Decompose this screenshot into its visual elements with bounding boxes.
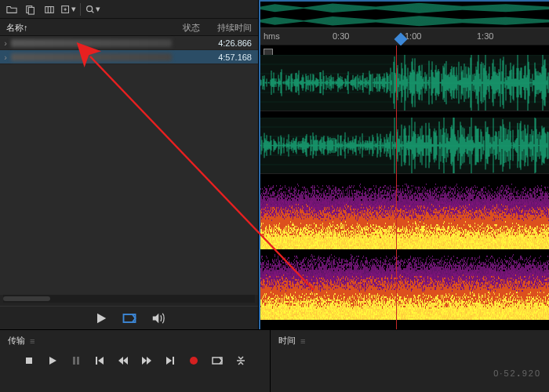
rewind-button[interactable]	[117, 354, 129, 367]
col-status-header[interactable]: 状态	[164, 19, 203, 35]
skip-selection-button[interactable]	[235, 354, 247, 367]
new-file-icon[interactable]	[22, 2, 39, 17]
loop-button[interactable]	[211, 354, 224, 367]
col-name-header[interactable]: 名称↑	[0, 19, 164, 35]
svg-point-4	[87, 5, 93, 11]
volume-button[interactable]	[150, 310, 165, 326]
transport-title: 传输	[8, 335, 25, 347]
svg-rect-1	[28, 7, 34, 14]
skip-start-button[interactable]	[93, 354, 106, 367]
stop-button[interactable]	[23, 354, 35, 367]
files-toolbar: ▾ ▾	[0, 0, 258, 19]
pause-button[interactable]	[70, 354, 82, 367]
file-duration: 4:26.866	[203, 38, 258, 48]
playhead-line[interactable]	[396, 45, 397, 329]
scrollbar-thumb[interactable]	[3, 296, 50, 301]
tabs-icon[interactable]	[41, 2, 58, 17]
file-name-blurred	[11, 53, 172, 61]
tracks-area[interactable]	[260, 45, 549, 329]
fast-forward-button[interactable]	[140, 354, 153, 367]
file-list-header: 名称↑ 状态 持续时间	[0, 19, 258, 36]
preview-controls	[0, 306, 258, 329]
skip-end-button[interactable]	[164, 354, 176, 367]
time-panel: 时间 ≡ 0·52.920	[271, 330, 549, 392]
record-button[interactable]	[187, 354, 200, 367]
hms-label: hms	[264, 31, 280, 41]
play-button[interactable]	[93, 310, 109, 326]
ruler-tick: 0:30	[333, 31, 349, 41]
svg-rect-7	[73, 357, 75, 365]
panel-menu-icon[interactable]: ≡	[300, 336, 307, 346]
file-name-blurred	[11, 39, 172, 47]
col-duration-header[interactable]: 持续时间	[203, 19, 258, 35]
time-display: 0·52.920	[278, 354, 541, 382]
svg-point-11	[190, 357, 198, 365]
loop-button[interactable]	[122, 310, 137, 326]
timeline-ruler[interactable]: hms 0:30 1:00 1:30	[260, 28, 549, 45]
file-list: › 4:26.866 › 4:57.168	[0, 36, 258, 295]
import-icon[interactable]: ▾	[60, 2, 77, 17]
waveform-track-left[interactable]	[260, 55, 549, 111]
overview-waveform[interactable]	[260, 2, 549, 28]
panel-menu-icon[interactable]: ≡	[30, 336, 36, 346]
svg-rect-10	[173, 357, 174, 365]
folder-icon[interactable]	[3, 2, 20, 17]
search-icon[interactable]: ▾	[84, 2, 101, 17]
svg-rect-2	[45, 6, 54, 13]
time-title: 时间	[278, 335, 296, 347]
waveform-track-right[interactable]	[260, 118, 549, 174]
files-panel: ▾ ▾ 名称↑ 状态 持续时间 › 4:26.866 › 4:57.168	[0, 0, 259, 329]
spectrogram-track-left[interactable]	[260, 180, 549, 249]
expand-icon[interactable]: ›	[0, 38, 11, 48]
expand-icon[interactable]: ›	[0, 53, 11, 62]
play-button[interactable]	[46, 354, 59, 367]
editor-panel: hms 0:30 1:00 1:30	[259, 0, 549, 329]
spectrogram-track-right[interactable]	[260, 251, 549, 320]
horizontal-scrollbar[interactable]	[3, 295, 255, 303]
file-row[interactable]: › 4:26.866	[0, 36, 258, 50]
svg-rect-9	[96, 357, 97, 365]
svg-rect-6	[26, 358, 32, 364]
svg-rect-8	[77, 357, 79, 365]
file-duration: 4:57.168	[203, 53, 258, 62]
transport-panel: 传输 ≡	[0, 330, 271, 392]
ruler-tick: 1:30	[477, 31, 493, 41]
file-row[interactable]: › 4:57.168	[0, 50, 258, 64]
